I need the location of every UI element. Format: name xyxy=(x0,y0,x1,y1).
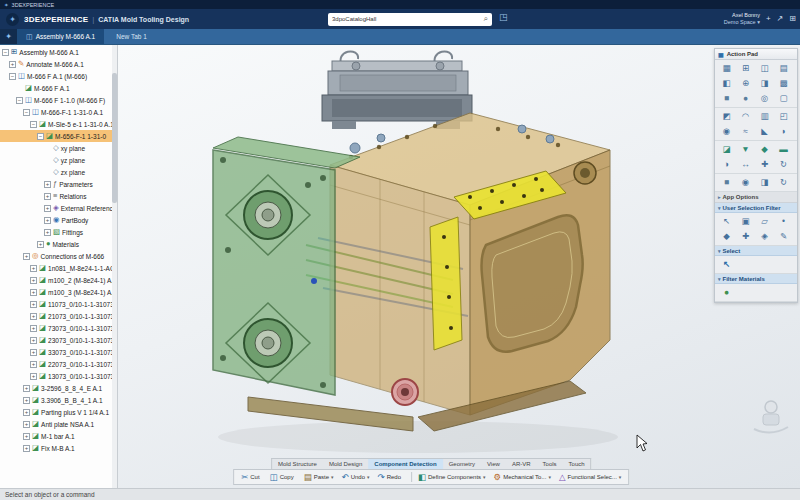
search-input[interactable]: 3dpoCatalogHall xyxy=(332,16,484,22)
tag-icon[interactable] xyxy=(499,13,508,22)
tree-expander-icon[interactable] xyxy=(23,385,30,392)
tree-expander-icon[interactable] xyxy=(30,313,37,320)
tree-expander-icon[interactable] xyxy=(23,253,30,260)
tool-icon[interactable] xyxy=(774,157,793,172)
tree-item[interactable]: 1n081_M-8e24-1-1-AG1 A.1 xyxy=(0,262,117,274)
tool-icon[interactable] xyxy=(736,109,755,124)
tree-item[interactable]: 73073_0/10-1-1-31073 xyxy=(0,322,117,334)
tool-icon[interactable] xyxy=(755,175,774,190)
tool-icon[interactable] xyxy=(774,91,793,106)
user-info[interactable]: Axel Bonny Demo Space ▾ xyxy=(724,12,760,27)
tree-item[interactable]: Assembly M-666 A.1 xyxy=(0,46,117,58)
tool-icon[interactable] xyxy=(717,175,736,190)
tool-icon[interactable] xyxy=(774,175,793,190)
search-bar[interactable]: 3dpoCatalogHall xyxy=(328,13,492,26)
tree-item[interactable]: M-656-F-1 1-31-0 xyxy=(0,130,117,142)
tree-expander-icon[interactable] xyxy=(23,445,30,452)
tree-expander-icon[interactable] xyxy=(30,361,37,368)
tool-icon[interactable] xyxy=(736,76,755,91)
tree-expander-icon[interactable] xyxy=(44,169,51,176)
ribbon-tab[interactable]: View xyxy=(481,459,506,469)
tree-item[interactable]: 3.3906_B_B_4_1 A.1 xyxy=(0,394,117,406)
action-pad-header[interactable]: Action Pad xyxy=(715,49,797,60)
tree-item[interactable]: M-666 F 1-1.0 (M-666 F) xyxy=(0,94,117,106)
tool-icon[interactable] xyxy=(755,91,774,106)
tree-expander-icon[interactable] xyxy=(23,409,30,416)
tree-expander-icon[interactable] xyxy=(30,349,37,356)
tree-item[interactable]: 23073_0/10-1-1-31073 xyxy=(0,334,117,346)
tree-item[interactable]: Materials xyxy=(0,238,117,250)
tree-item[interactable]: M-1 bar A.1 xyxy=(0,430,117,442)
tree-expander-icon[interactable] xyxy=(30,121,37,128)
ribbon-button[interactable]: Define Components xyxy=(411,472,489,483)
tree-expander-icon[interactable] xyxy=(44,217,51,224)
filter-tool-icon[interactable] xyxy=(717,229,736,244)
ribbon-button[interactable]: Functional Selec... xyxy=(556,472,624,483)
tree-expander-icon[interactable] xyxy=(37,241,44,248)
tool-icon[interactable] xyxy=(717,124,736,139)
tree-expander-icon[interactable] xyxy=(37,133,44,140)
tool-icon[interactable] xyxy=(774,109,793,124)
3d-model-canvas[interactable] xyxy=(118,45,800,488)
tree-item[interactable]: 3-2596_8_8_4_E A.1 xyxy=(0,382,117,394)
ribbon-tab[interactable]: Mold Structure xyxy=(272,459,323,469)
tree-item[interactable]: M-Sle-5 e-1 1-31-0 A.1 xyxy=(0,118,117,130)
tree-expander-icon[interactable] xyxy=(23,421,30,428)
document-tab[interactable]: New Tab 1 xyxy=(104,29,156,44)
tree-expander-icon[interactable] xyxy=(30,265,37,272)
tool-icon[interactable] xyxy=(717,76,736,91)
connector-assembly[interactable] xyxy=(322,51,472,129)
3dexperience-compass-icon[interactable]: ✦ xyxy=(6,13,19,26)
tree-expander-icon[interactable] xyxy=(23,397,30,404)
filter-tool-icon[interactable] xyxy=(717,285,736,300)
tree-expander-icon[interactable] xyxy=(16,85,23,92)
filter-tool-icon[interactable] xyxy=(717,214,736,229)
tree-item[interactable]: 33073_0/10-1-1-31073 xyxy=(0,346,117,358)
tree-expander-icon[interactable] xyxy=(2,49,9,56)
tree-item[interactable]: PartBody xyxy=(0,214,117,226)
tree-expander-icon[interactable] xyxy=(44,145,51,152)
3d-viewport[interactable]: Action Pad ▸ App Options xyxy=(118,45,800,488)
tree-item[interactable]: zx plane xyxy=(0,166,117,178)
tree-expander-icon[interactable] xyxy=(30,325,37,332)
tool-icon[interactable] xyxy=(755,76,774,91)
select-header[interactable]: ▾ Select xyxy=(715,246,797,256)
tool-icon[interactable] xyxy=(774,142,793,157)
tool-icon[interactable] xyxy=(717,61,736,76)
home-compass-icon[interactable] xyxy=(0,29,17,44)
tree-expander-icon[interactable] xyxy=(16,97,23,104)
tree-expander-icon[interactable] xyxy=(44,229,51,236)
tool-icon[interactable] xyxy=(755,109,774,124)
tree-item[interactable]: Parting plus V 1 1/4 A.1 xyxy=(0,406,117,418)
tool-icon[interactable] xyxy=(774,61,793,76)
ribbon-tab[interactable]: Touch xyxy=(563,459,591,469)
tool-icon[interactable] xyxy=(774,76,793,91)
robot-companion-icon[interactable] xyxy=(754,401,788,433)
tree-expander-icon[interactable] xyxy=(9,73,16,80)
app-options-header[interactable]: ▸ App Options xyxy=(715,192,797,203)
ribbon-tab[interactable]: Tools xyxy=(537,459,563,469)
tree-item[interactable]: m100_2 (M-8e24-1) A.1 xyxy=(0,274,117,286)
tree-item[interactable]: External References xyxy=(0,202,117,214)
tool-icon[interactable] xyxy=(755,124,774,139)
filter-tool-icon[interactable] xyxy=(736,214,755,229)
tree-item[interactable]: Relations xyxy=(0,190,117,202)
ribbon-tab[interactable]: Geometry xyxy=(443,459,481,469)
filter-tool-icon[interactable] xyxy=(736,229,755,244)
filter-tool-icon[interactable] xyxy=(755,229,774,244)
tool-icon[interactable] xyxy=(736,91,755,106)
tree-item[interactable]: M-666 F A.1 xyxy=(0,82,117,94)
share-icon[interactable] xyxy=(777,15,784,23)
ribbon-tab[interactable]: Component Detection xyxy=(368,459,442,469)
ribbon-button[interactable]: Cut xyxy=(238,472,264,483)
filter-tool-icon[interactable] xyxy=(755,214,774,229)
collab-space-selector[interactable]: Demo Space ▾ xyxy=(724,19,760,26)
tree-item[interactable]: yz plane xyxy=(0,154,117,166)
tree-item[interactable]: 13073_0/10-1-1-31073 xyxy=(0,370,117,382)
tree-expander-icon[interactable] xyxy=(44,157,51,164)
ribbon-button[interactable]: Copy xyxy=(267,472,299,483)
ribbon-button[interactable]: Mechanical To... xyxy=(491,472,554,483)
tool-icon[interactable] xyxy=(717,142,736,157)
tree-item[interactable]: Annotate M-666 A.1 xyxy=(0,58,117,70)
tree-item[interactable]: 11073_0/10-1-1-31073 xyxy=(0,298,117,310)
